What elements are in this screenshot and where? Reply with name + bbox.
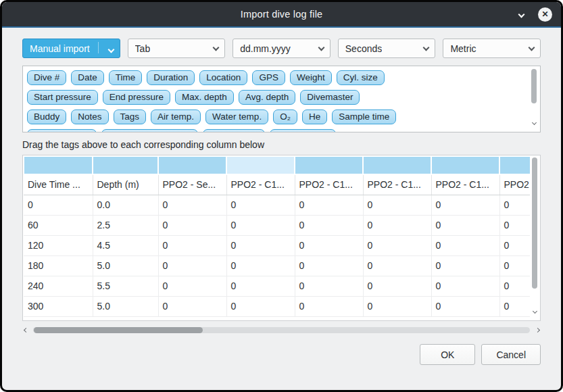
table-row: 3005.0000000 (24, 296, 530, 316)
titlebar-buttons: ✕ (515, 2, 552, 26)
vscroll-thumb[interactable] (532, 157, 537, 289)
tag-pill[interactable]: Duration (147, 70, 195, 85)
tag-area-scrollbar[interactable] (530, 68, 539, 130)
column-drop-cell[interactable] (24, 156, 93, 174)
column-drop-cell[interactable] (295, 156, 363, 174)
column-drop-cell[interactable] (363, 156, 431, 174)
tag-pill[interactable]: Tags (114, 109, 147, 124)
chevron-down-icon (314, 45, 324, 50)
date-format-select[interactable]: dd.mm.yyyy (232, 39, 331, 58)
tag-row: Start pressureEnd pressureMax. depthAvg.… (27, 90, 527, 105)
scroll-down-button[interactable] (531, 310, 539, 318)
table-cell: 0.0 (93, 195, 158, 215)
chevron-down-icon (208, 45, 218, 50)
tag-pill[interactable]: Sample CNS (270, 129, 336, 132)
tag-pill[interactable]: Notes (71, 109, 108, 124)
ok-button[interactable]: OK (420, 344, 475, 365)
table-cell: 0 (431, 215, 499, 235)
window-shade-button[interactable] (515, 8, 527, 20)
tag-pill[interactable]: Location (199, 70, 247, 85)
column-header: PPO2 - C1... (363, 174, 431, 195)
table-vertical-scrollbar[interactable] (531, 156, 539, 320)
tag-pill[interactable]: Dive # (27, 70, 66, 85)
column-drop-cell[interactable] (158, 156, 226, 174)
cancel-button[interactable]: Cancel (481, 344, 541, 365)
tag-pill[interactable]: Buddy (27, 109, 66, 124)
scroll-right-button[interactable] (534, 328, 541, 332)
tag-pill[interactable]: O₂ (273, 109, 297, 124)
table-cell: 120 (24, 235, 93, 255)
table-cell: 0 (499, 296, 530, 316)
drop-target-row (24, 156, 530, 174)
column-header: PPO2 - Se... (158, 174, 226, 195)
chevron-down-icon (418, 45, 429, 50)
tag-pill[interactable]: Divemaster (300, 90, 360, 105)
table-row: 1805.0000000 (24, 255, 530, 276)
table-cell: 0 (431, 195, 499, 215)
tag-row: BuddyNotesTagsAir temp.Water temp.O₂HeSa… (27, 109, 527, 124)
tag-pill[interactable]: GPS (252, 70, 285, 85)
table-cell: 0 (158, 215, 226, 235)
import-dialog: Import dive log file ✕ Manual import Tab… (0, 0, 563, 392)
table-header-row: Dive Time ...Depth (m)PPO2 - Se...PPO2 -… (24, 174, 530, 195)
column-drop-cell[interactable] (499, 156, 530, 174)
duration-format-select[interactable]: Seconds (338, 39, 436, 58)
column-drop-cell[interactable] (226, 156, 295, 174)
column-header: PPO2 - C1... (295, 174, 363, 195)
scroll-left-button[interactable] (22, 328, 29, 332)
tag-pill[interactable]: Sample pO₂ (203, 129, 266, 132)
tag-pill[interactable]: Avg. depth (239, 90, 295, 105)
tag-pill[interactable]: Date (71, 70, 104, 85)
tag-area: Dive #DateTimeDurationLocationGPSWeightC… (22, 66, 541, 132)
table-cell: 4.5 (93, 235, 158, 255)
table-row: 602.5000000 (24, 215, 530, 235)
table-cell: 0 (431, 235, 499, 255)
table-cell: 0 (158, 195, 226, 215)
chevron-down-icon (532, 120, 537, 125)
tag-row: Dive #DateTimeDurationLocationGPSWeightC… (27, 70, 527, 85)
chevron-right-icon (535, 327, 539, 332)
units-select[interactable]: Metric (443, 39, 541, 58)
tag-pill[interactable]: Sample time (332, 109, 396, 124)
table-cell: 0 (363, 215, 431, 235)
import-mode-select[interactable]: Manual import (22, 39, 120, 58)
tag-pill[interactable]: Max. depth (175, 90, 234, 105)
vscroll-thumb[interactable] (531, 69, 537, 103)
combo-row: Manual import Tab dd.mm.yyyy Seconds Met… (22, 39, 541, 58)
column-header: Dive Time ... (24, 174, 93, 195)
table-cell: 0 (499, 276, 530, 296)
dialog-button-row: OK Cancel (22, 344, 541, 365)
tag-pill[interactable]: Sample temperature (101, 129, 197, 132)
import-table-area: Dive Time ...Depth (m)PPO2 - Se...PPO2 -… (22, 155, 541, 321)
table-cell: 2.5 (93, 215, 158, 235)
table-cell: 0 (295, 255, 363, 276)
table-cell: 0 (295, 195, 363, 215)
table-cell: 300 (24, 296, 93, 316)
column-drop-cell[interactable] (431, 156, 499, 174)
table-cell: 0 (431, 255, 499, 276)
tag-pill[interactable]: Time (109, 70, 143, 85)
table-cell: 5.0 (93, 255, 158, 276)
field-separator-value: Tab (135, 43, 151, 54)
dialog-content: Manual import Tab dd.mm.yyyy Seconds Met… (2, 28, 561, 390)
table-cell: 0 (226, 215, 295, 235)
tag-pill[interactable]: Sample depth (27, 129, 97, 132)
table-cell: 0 (363, 296, 431, 316)
tag-pill[interactable]: End pressure (103, 90, 170, 105)
tag-pill[interactable]: He (302, 109, 327, 124)
hscroll-track[interactable] (33, 327, 530, 333)
tag-pill[interactable]: Weight (290, 70, 332, 85)
scroll-down-button[interactable] (530, 121, 539, 129)
chevron-down-icon (518, 11, 524, 18)
hscroll-thumb[interactable] (34, 327, 203, 333)
column-drop-cell[interactable] (93, 156, 158, 174)
field-separator-select[interactable]: Tab (128, 39, 226, 58)
close-button[interactable]: ✕ (538, 7, 552, 22)
table-row: 00.0000000 (24, 195, 530, 215)
tag-pill[interactable]: Air temp. (151, 109, 201, 124)
tag-pill[interactable]: Start pressure (27, 90, 98, 105)
chevron-down-icon (533, 309, 537, 314)
tag-pill[interactable]: Water temp. (205, 109, 268, 124)
tag-pill[interactable]: Cyl. size (337, 70, 385, 85)
table-cell: 240 (24, 276, 93, 296)
